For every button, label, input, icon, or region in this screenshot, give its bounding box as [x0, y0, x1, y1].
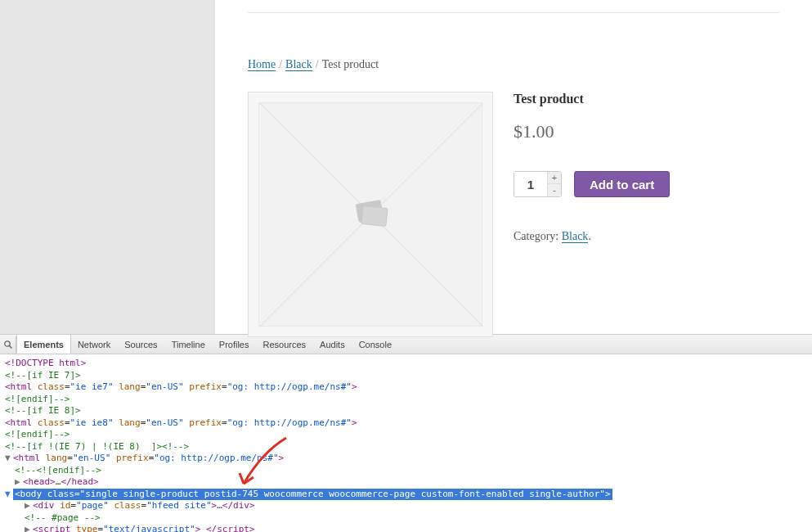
dom-line[interactable]: <!--[if IE 8]> [5, 405, 807, 417]
svg-rect-1 [361, 205, 388, 226]
product-page-content: Home/Black/Test product Test product $1.… [215, 0, 812, 334]
product-category-line: Category: Black. [514, 230, 796, 243]
quantity-minus-button[interactable]: - [548, 184, 561, 196]
tab-profiles[interactable]: Profiles [213, 335, 257, 354]
tab-timeline[interactable]: Timeline [165, 335, 213, 354]
quantity-input[interactable] [514, 172, 547, 196]
search-icon[interactable] [0, 336, 16, 353]
tab-network[interactable]: Network [71, 335, 118, 354]
breadcrumb: Home/Black/Test product [248, 58, 796, 71]
placeholder-icon [346, 194, 395, 235]
breadcrumb-home[interactable]: Home [248, 58, 276, 71]
dom-line[interactable]: ▼<html lang="en-US" prefix="og: http://o… [5, 453, 807, 465]
dom-line[interactable]: ▶<head>…</head> [5, 476, 807, 489]
svg-line-3 [9, 345, 11, 348]
dom-line[interactable]: <![endif]--> [5, 394, 807, 406]
tab-resources[interactable]: Resources [256, 335, 313, 354]
quantity-plus-button[interactable]: + [548, 172, 561, 184]
dom-line[interactable]: <html class="ie ie8" lang="en-US" prefix… [5, 417, 807, 430]
add-to-cart-button[interactable]: Add to cart [574, 171, 670, 197]
dom-line[interactable]: <!--[if IE 7]> [5, 370, 807, 382]
devtools-tabs: Elements Network Sources Timeline Profil… [0, 335, 812, 354]
product-category-link[interactable]: Black [562, 230, 589, 243]
dom-line-selected[interactable]: ▼<body class="single single-product post… [5, 489, 807, 501]
elements-tree[interactable]: <!DOCTYPE html> <!--[if IE 7]> <html cla… [0, 354, 812, 532]
dom-line[interactable]: <html class="ie ie7" lang="en-US" prefix… [5, 381, 807, 394]
svg-point-2 [4, 340, 9, 345]
dom-line[interactable]: <!--<![endif]--> [5, 465, 807, 477]
tab-elements[interactable]: Elements [16, 335, 71, 354]
dom-line[interactable]: ▶<div id="page" class="hfeed site">…</di… [5, 500, 807, 512]
devtools-panel: Elements Network Sources Timeline Profil… [0, 334, 812, 532]
dom-line[interactable]: <!-- #page --> [5, 512, 807, 525]
tab-audits[interactable]: Audits [313, 335, 352, 354]
breadcrumb-category[interactable]: Black [285, 58, 312, 71]
product-image-placeholder[interactable] [248, 92, 493, 337]
dom-line[interactable]: <![endif]--> [5, 429, 807, 441]
sidebar [0, 0, 215, 334]
dom-line[interactable]: <!DOCTYPE html> [5, 358, 807, 370]
breadcrumb-current: Test product [322, 58, 379, 70]
tab-console[interactable]: Console [352, 335, 399, 354]
product-price: $1.00 [514, 121, 796, 142]
dom-line[interactable]: ▶<script type="text/javascript"> </scrip… [5, 524, 807, 532]
dom-line[interactable]: <!--[if !(IE 7) | !(IE 8) ]><!--> [5, 441, 807, 453]
product-title: Test product [514, 92, 796, 106]
tab-sources[interactable]: Sources [118, 335, 164, 354]
